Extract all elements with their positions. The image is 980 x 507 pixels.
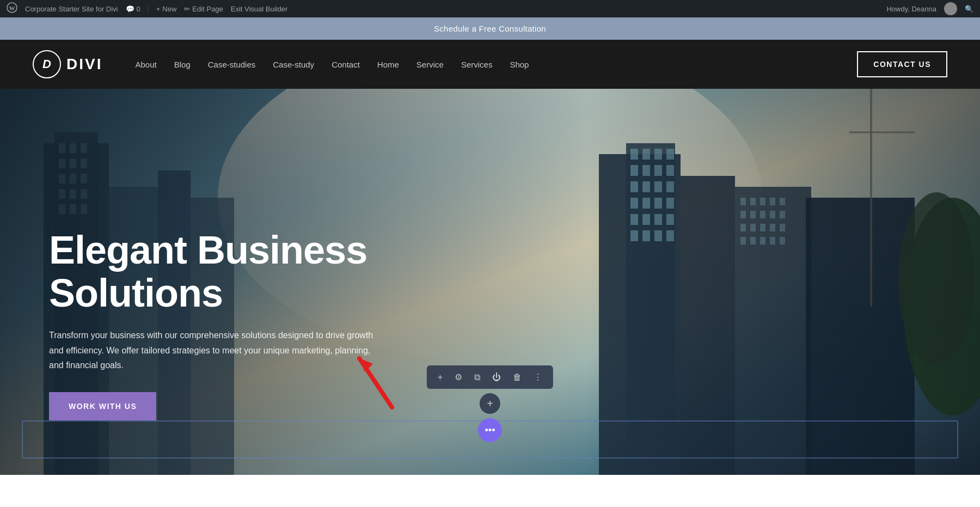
- contact-us-button[interactable]: CONTACT US: [857, 51, 947, 77]
- wp-admin-bar: W Corporate Starter Site for Divi 💬 0 + …: [0, 0, 980, 17]
- admin-bar-right: Howdy, Deanna 🔍: [886, 2, 973, 15]
- toolbar-disable-icon[interactable]: ⏻: [490, 370, 503, 384]
- nav-case-study[interactable]: Case-study: [273, 60, 314, 69]
- nav-home[interactable]: Home: [377, 60, 399, 69]
- divi-toolbar-bar: + ⚙ ⧉ ⏻ 🗑 ⋮: [427, 365, 553, 389]
- logo-circle-icon: D: [33, 50, 61, 78]
- divi-menu-button[interactable]: •••: [478, 418, 502, 442]
- admin-bar-divider: [148, 4, 149, 13]
- divi-toolbar: + ⚙ ⧉ ⏻ 🗑 ⋮ + •••: [427, 365, 553, 442]
- banner-text: Schedule a Free Consultation: [434, 24, 546, 33]
- toolbar-add-icon[interactable]: +: [436, 370, 445, 384]
- hero-title-line1: Elegant Business: [49, 228, 367, 272]
- toolbar-more-icon[interactable]: ⋮: [531, 370, 544, 384]
- nav-contact[interactable]: Contact: [332, 60, 360, 69]
- edit-page-button[interactable]: ✏ Edit Page: [184, 5, 223, 13]
- logo-letter: D: [42, 57, 51, 71]
- work-with-us-button[interactable]: WORK WITH US: [49, 392, 156, 420]
- hero-title: Elegant Business Solutions: [49, 229, 387, 315]
- top-banner[interactable]: Schedule a Free Consultation: [0, 17, 980, 40]
- new-link[interactable]: New: [162, 5, 176, 13]
- nav-about[interactable]: About: [135, 60, 156, 69]
- site-header: D DIVI About Blog Case-studies Case-stud…: [0, 40, 980, 89]
- toolbar-delete-icon[interactable]: 🗑: [511, 370, 524, 384]
- divi-add-circle-button[interactable]: +: [480, 393, 500, 414]
- logo-area[interactable]: D DIVI: [33, 50, 102, 78]
- comment-icon: 💬: [126, 5, 134, 13]
- comment-count: 0: [137, 5, 140, 13]
- toolbar-settings-icon[interactable]: ⚙: [452, 370, 464, 384]
- hero-title-line2: Solutions: [49, 271, 223, 315]
- hero-subtitle: Transform your business with our compreh…: [49, 328, 387, 372]
- comment-bubble[interactable]: 💬 0: [126, 5, 140, 13]
- nav-services[interactable]: Services: [461, 60, 493, 69]
- new-button[interactable]: + New: [156, 5, 177, 13]
- nav-service[interactable]: Service: [416, 60, 444, 69]
- hero-content: Elegant Business Solutions Transform you…: [49, 229, 387, 420]
- exit-visual-builder-link[interactable]: Exit Visual Builder: [231, 5, 288, 13]
- toolbar-duplicate-icon[interactable]: ⧉: [472, 370, 482, 384]
- site-nav: About Blog Case-studies Case-study Conta…: [135, 60, 857, 69]
- hero-section: Elegant Business Solutions Transform you…: [0, 89, 980, 475]
- svg-text:W: W: [9, 5, 15, 11]
- admin-bar-left: W Corporate Starter Site for Divi 💬 0 + …: [7, 2, 878, 16]
- pencil-icon: ✏: [184, 5, 190, 13]
- nav-shop[interactable]: Shop: [510, 60, 529, 69]
- nav-blog[interactable]: Blog: [174, 60, 191, 69]
- howdy-text: Howdy, Deanna: [886, 5, 936, 13]
- edit-page-link[interactable]: Edit Page: [192, 5, 223, 13]
- site-name[interactable]: Corporate Starter Site for Divi: [25, 5, 118, 13]
- avatar: [944, 2, 957, 15]
- nav-case-studies[interactable]: Case-studies: [208, 60, 256, 69]
- search-icon[interactable]: 🔍: [965, 5, 973, 13]
- wordpress-logo-icon[interactable]: W: [7, 2, 17, 16]
- plus-icon: +: [156, 5, 161, 13]
- logo-text: DIVI: [66, 56, 102, 73]
